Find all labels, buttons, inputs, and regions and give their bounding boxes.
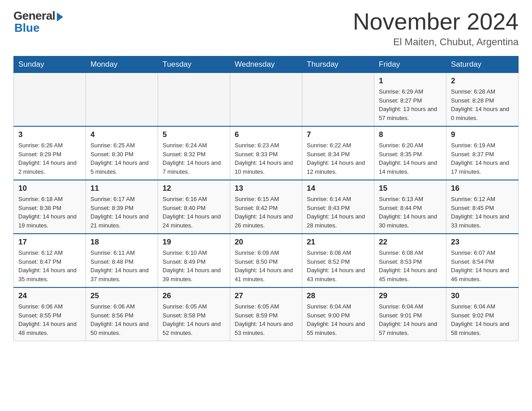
table-row: 12Sunrise: 6:16 AMSunset: 8:40 PMDayligh… — [158, 180, 230, 234]
day-number: 18 — [90, 238, 153, 247]
day-info: Sunrise: 6:29 AMSunset: 8:27 PMDaylight:… — [379, 87, 442, 122]
day-info: Sunrise: 6:09 AMSunset: 8:50 PMDaylight:… — [235, 248, 297, 283]
day-number: 1 — [379, 77, 442, 86]
day-info: Sunrise: 6:19 AMSunset: 8:37 PMDaylight:… — [451, 141, 514, 176]
logo-triangle-icon — [57, 13, 63, 21]
day-number: 24 — [18, 291, 81, 300]
table-row: 27Sunrise: 6:05 AMSunset: 8:59 PMDayligh… — [230, 287, 302, 341]
table-row — [302, 73, 374, 127]
table-row: 4Sunrise: 6:25 AMSunset: 8:30 PMDaylight… — [86, 126, 158, 180]
calendar-week-row: 3Sunrise: 6:26 AMSunset: 8:29 PMDaylight… — [14, 126, 519, 180]
page-header: General Blue November 2024 El Maiten, Ch… — [13, 9, 519, 48]
calendar-week-row: 1Sunrise: 6:29 AMSunset: 8:27 PMDaylight… — [14, 73, 519, 127]
table-row: 16Sunrise: 6:12 AMSunset: 8:45 PMDayligh… — [446, 180, 519, 234]
day-info: Sunrise: 6:04 AMSunset: 9:00 PMDaylight:… — [307, 302, 369, 337]
table-row: 24Sunrise: 6:06 AMSunset: 8:55 PMDayligh… — [14, 287, 86, 341]
day-info: Sunrise: 6:15 AMSunset: 8:42 PMDaylight:… — [235, 195, 297, 230]
table-row: 23Sunrise: 6:07 AMSunset: 8:54 PMDayligh… — [446, 234, 519, 287]
day-number: 3 — [18, 130, 81, 139]
day-info: Sunrise: 6:16 AMSunset: 8:40 PMDaylight:… — [163, 195, 225, 230]
col-wednesday: Wednesday — [230, 56, 302, 73]
day-info: Sunrise: 6:13 AMSunset: 8:44 PMDaylight:… — [379, 195, 442, 230]
day-info: Sunrise: 6:04 AMSunset: 9:01 PMDaylight:… — [379, 302, 442, 337]
day-info: Sunrise: 6:08 AMSunset: 8:53 PMDaylight:… — [379, 248, 442, 283]
day-number: 6 — [235, 130, 297, 139]
day-number: 9 — [451, 130, 514, 139]
table-row: 8Sunrise: 6:20 AMSunset: 8:35 PMDaylight… — [374, 126, 446, 180]
table-row: 9Sunrise: 6:19 AMSunset: 8:37 PMDaylight… — [446, 126, 519, 180]
logo-blue-text: Blue — [14, 21, 39, 35]
table-row: 21Sunrise: 6:08 AMSunset: 8:52 PMDayligh… — [302, 234, 374, 287]
calendar-week-row: 24Sunrise: 6:06 AMSunset: 8:55 PMDayligh… — [14, 287, 519, 341]
calendar-header-row: Sunday Monday Tuesday Wednesday Thursday… — [14, 56, 519, 73]
day-number: 20 — [235, 238, 297, 247]
table-row: 22Sunrise: 6:08 AMSunset: 8:53 PMDayligh… — [374, 234, 446, 287]
calendar-week-row: 10Sunrise: 6:18 AMSunset: 8:38 PMDayligh… — [14, 180, 519, 234]
table-row: 29Sunrise: 6:04 AMSunset: 9:01 PMDayligh… — [374, 287, 446, 341]
day-number: 12 — [163, 184, 225, 193]
day-info: Sunrise: 6:20 AMSunset: 8:35 PMDaylight:… — [379, 141, 442, 176]
day-number: 28 — [307, 291, 369, 300]
col-friday: Friday — [374, 56, 446, 73]
table-row: 17Sunrise: 6:12 AMSunset: 8:47 PMDayligh… — [14, 234, 86, 287]
header-right: November 2024 El Maiten, Chubut, Argenti… — [353, 9, 519, 48]
table-row: 18Sunrise: 6:11 AMSunset: 8:48 PMDayligh… — [86, 234, 158, 287]
table-row — [14, 73, 86, 127]
day-info: Sunrise: 6:14 AMSunset: 8:43 PMDaylight:… — [307, 195, 369, 230]
table-row: 2Sunrise: 6:28 AMSunset: 8:28 PMDaylight… — [446, 73, 519, 127]
table-row — [230, 73, 302, 127]
day-number: 26 — [163, 291, 225, 300]
day-number: 30 — [451, 291, 514, 300]
day-info: Sunrise: 6:22 AMSunset: 8:34 PMDaylight:… — [307, 141, 369, 176]
day-number: 16 — [451, 184, 514, 193]
day-number: 15 — [379, 184, 442, 193]
day-info: Sunrise: 6:04 AMSunset: 9:02 PMDaylight:… — [451, 302, 514, 337]
day-number: 25 — [90, 291, 153, 300]
day-number: 17 — [18, 238, 81, 247]
day-info: Sunrise: 6:12 AMSunset: 8:47 PMDaylight:… — [18, 248, 81, 283]
table-row: 3Sunrise: 6:26 AMSunset: 8:29 PMDaylight… — [14, 126, 86, 180]
table-row: 19Sunrise: 6:10 AMSunset: 8:49 PMDayligh… — [158, 234, 230, 287]
day-info: Sunrise: 6:12 AMSunset: 8:45 PMDaylight:… — [451, 195, 514, 230]
day-number: 7 — [307, 130, 369, 139]
calendar-week-row: 17Sunrise: 6:12 AMSunset: 8:47 PMDayligh… — [14, 234, 519, 287]
table-row: 11Sunrise: 6:17 AMSunset: 8:39 PMDayligh… — [86, 180, 158, 234]
table-row: 6Sunrise: 6:23 AMSunset: 8:33 PMDaylight… — [230, 126, 302, 180]
day-number: 14 — [307, 184, 369, 193]
logo: General Blue — [13, 9, 63, 35]
table-row: 14Sunrise: 6:14 AMSunset: 8:43 PMDayligh… — [302, 180, 374, 234]
day-info: Sunrise: 6:26 AMSunset: 8:29 PMDaylight:… — [18, 141, 81, 176]
day-number: 23 — [451, 238, 514, 247]
day-info: Sunrise: 6:25 AMSunset: 8:30 PMDaylight:… — [90, 141, 153, 176]
col-sunday: Sunday — [14, 56, 86, 73]
day-info: Sunrise: 6:08 AMSunset: 8:52 PMDaylight:… — [307, 248, 369, 283]
day-number: 10 — [18, 184, 81, 193]
table-row: 13Sunrise: 6:15 AMSunset: 8:42 PMDayligh… — [230, 180, 302, 234]
col-tuesday: Tuesday — [158, 56, 230, 73]
day-info: Sunrise: 6:06 AMSunset: 8:56 PMDaylight:… — [90, 302, 153, 337]
day-info: Sunrise: 6:10 AMSunset: 8:49 PMDaylight:… — [163, 248, 225, 283]
col-thursday: Thursday — [302, 56, 374, 73]
day-info: Sunrise: 6:24 AMSunset: 8:32 PMDaylight:… — [163, 141, 225, 176]
location-subtitle: El Maiten, Chubut, Argentina — [353, 36, 519, 48]
day-number: 13 — [235, 184, 297, 193]
day-info: Sunrise: 6:07 AMSunset: 8:54 PMDaylight:… — [451, 248, 514, 283]
day-number: 21 — [307, 238, 369, 247]
table-row — [158, 73, 230, 127]
day-number: 2 — [451, 77, 514, 86]
table-row: 20Sunrise: 6:09 AMSunset: 8:50 PMDayligh… — [230, 234, 302, 287]
day-number: 8 — [379, 130, 442, 139]
day-number: 11 — [90, 184, 153, 193]
day-info: Sunrise: 6:05 AMSunset: 8:59 PMDaylight:… — [235, 302, 297, 337]
calendar-table: Sunday Monday Tuesday Wednesday Thursday… — [13, 56, 519, 341]
table-row: 30Sunrise: 6:04 AMSunset: 9:02 PMDayligh… — [446, 287, 519, 341]
table-row: 25Sunrise: 6:06 AMSunset: 8:56 PMDayligh… — [86, 287, 158, 341]
table-row: 10Sunrise: 6:18 AMSunset: 8:38 PMDayligh… — [14, 180, 86, 234]
day-info: Sunrise: 6:28 AMSunset: 8:28 PMDaylight:… — [451, 87, 514, 122]
day-number: 27 — [235, 291, 297, 300]
col-saturday: Saturday — [446, 56, 519, 73]
table-row: 1Sunrise: 6:29 AMSunset: 8:27 PMDaylight… — [374, 73, 446, 127]
col-monday: Monday — [86, 56, 158, 73]
table-row: 26Sunrise: 6:05 AMSunset: 8:58 PMDayligh… — [158, 287, 230, 341]
table-row: 28Sunrise: 6:04 AMSunset: 9:00 PMDayligh… — [302, 287, 374, 341]
